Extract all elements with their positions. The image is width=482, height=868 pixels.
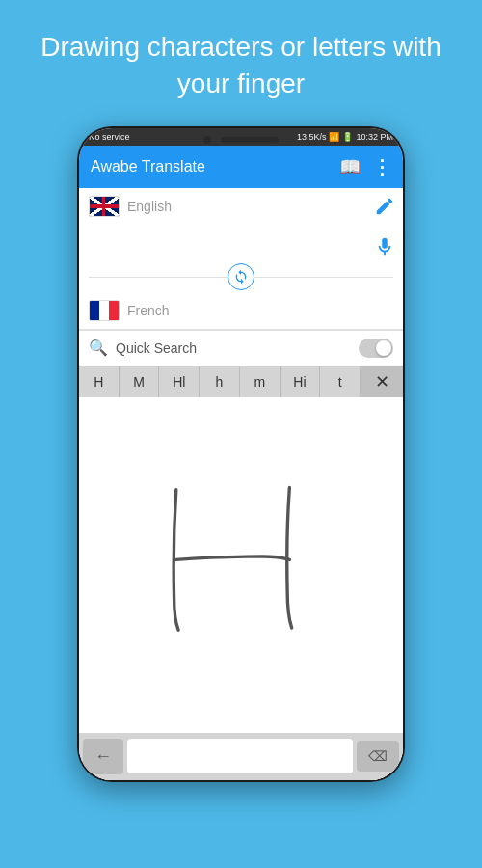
app-title: Awabe Translate: [91, 158, 205, 176]
suggestion-bar: H M Hl h m Hi t ✕: [79, 366, 403, 397]
back-button[interactable]: ←: [83, 739, 123, 774]
speaker: [221, 137, 279, 143]
status-speed: 13.5K/s: [297, 132, 327, 142]
source-input-placeholder[interactable]: [89, 221, 393, 250]
quick-search-label: Quick Search: [116, 340, 359, 356]
suggestion-h[interactable]: h: [200, 366, 240, 397]
phone-container: No service 13.5K/s 📶 🔋 10:32 PM Awabe Tr…: [77, 126, 405, 782]
suggestion-Hi[interactable]: Hi: [281, 366, 321, 397]
header-text: Drawing characters or letters with your …: [0, 0, 482, 126]
search-icon: 🔍: [89, 339, 108, 357]
status-time: 10:32 PM: [356, 132, 393, 142]
target-flag: [89, 300, 120, 321]
target-lang-name: French: [127, 303, 170, 318]
more-options-icon[interactable]: ⋮: [372, 155, 391, 178]
book-icon[interactable]: 📖: [339, 156, 361, 177]
drawing-area[interactable]: [79, 397, 403, 733]
suggestion-t[interactable]: t: [320, 366, 361, 397]
suggestion-H[interactable]: H: [79, 366, 120, 397]
status-no-service: No service: [89, 132, 130, 142]
swap-button[interactable]: [228, 263, 254, 290]
quick-search-toggle[interactable]: [359, 339, 393, 358]
source-language-area: English: [79, 188, 403, 258]
source-flag: [89, 196, 120, 217]
camera: [203, 136, 211, 144]
space-button[interactable]: [127, 739, 353, 773]
delete-button[interactable]: ⌫: [357, 741, 399, 772]
suggestion-m[interactable]: m: [240, 366, 281, 397]
suggestion-delete[interactable]: ✕: [361, 366, 403, 397]
quick-search-row: 🔍 Quick Search: [79, 330, 403, 366]
status-battery-icon: 🔋: [342, 132, 353, 142]
keyboard-bottom: ← ⌫: [79, 733, 403, 780]
app-bar: Awabe Translate 📖 ⋮: [79, 146, 403, 188]
suggestion-M[interactable]: M: [120, 366, 160, 397]
target-language-area: French: [79, 296, 403, 329]
edit-icon[interactable]: [374, 196, 395, 221]
suggestion-Hl[interactable]: Hl: [159, 366, 200, 397]
status-signal-icon: 📶: [329, 132, 339, 142]
swap-row: [79, 258, 403, 296]
source-lang-name: English: [127, 199, 172, 214]
